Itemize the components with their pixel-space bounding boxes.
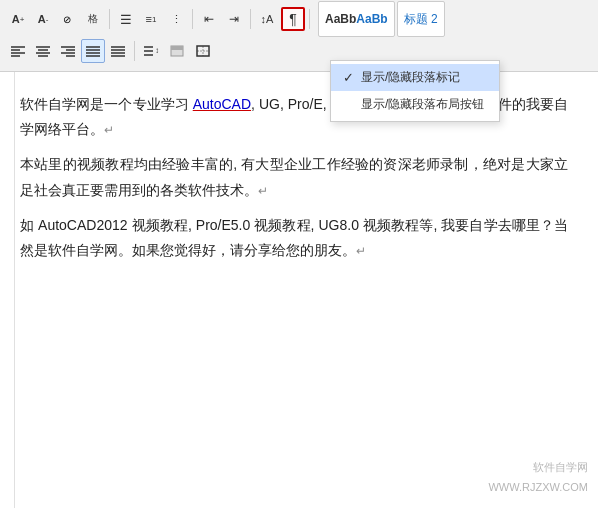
para2-text: 本站里的视频教程均由经验丰富的, 有大型企业工作经验的资深老师录制，绝对是大家立… xyxy=(20,156,568,197)
watermark: 软件自学网 WWW.RJZXW.COM xyxy=(488,458,588,498)
show-hide-layout-item[interactable]: 显示/隐藏段落布局按钮 xyxy=(331,91,499,118)
svg-text:⊘: ⊘ xyxy=(63,14,71,25)
sort-button[interactable]: ↕A xyxy=(255,7,279,31)
align-center-button[interactable] xyxy=(31,39,55,63)
watermark-line1: 软件自学网 xyxy=(488,458,588,478)
sep2 xyxy=(192,9,193,29)
svg-rect-26 xyxy=(171,46,183,50)
format-painter-button[interactable]: 格 xyxy=(81,7,105,31)
watermark-line2: WWW.RJZXW.COM xyxy=(488,478,588,498)
styles-area: AaBbAaBb 标题 2 xyxy=(318,1,447,37)
check-icon-2 xyxy=(341,97,355,112)
toolbar-row-1: A+ A- ⊘ 格 ☰ ≡1 ⋮ xyxy=(6,4,592,34)
show-hide-para-label: 显示/隐藏段落标记 xyxy=(361,69,460,86)
toolbar-row-2: ↕ xyxy=(6,36,592,66)
style-normal-button[interactable]: AaBbAaBb xyxy=(318,1,395,37)
autocad-link[interactable]: AutoCAD xyxy=(193,96,251,112)
border-button[interactable] xyxy=(191,39,215,63)
multilevel-list-button[interactable]: ⋮ xyxy=(164,7,188,31)
paragraph-2: 本站里的视频教程均由经验丰富的, 有大型企业工作经验的资深老师录制，绝对是大家立… xyxy=(20,152,568,202)
sep1 xyxy=(109,9,110,29)
show-hide-para-item[interactable]: ✓ 显示/隐藏段落标记 xyxy=(331,64,499,91)
list-group: ☰ ≡1 ⋮ xyxy=(114,7,188,31)
line-spacing-button[interactable]: ↕ xyxy=(139,39,163,63)
check-icon: ✓ xyxy=(341,70,355,85)
para-mark-1: ↵ xyxy=(104,123,114,137)
para1-before-link: 软件自学网是一个专业学习 xyxy=(20,96,193,112)
para3-text: 如 AutoCAD2012 视频教程, Pro/E5.0 视频教程, UG8.0… xyxy=(20,217,568,258)
sep5 xyxy=(134,41,135,61)
shading-button[interactable] xyxy=(165,39,189,63)
font-shrink-button[interactable]: A- xyxy=(31,7,55,31)
align-distribute-button[interactable] xyxy=(106,39,130,63)
indent-group: ⇤ ⇥ xyxy=(197,7,246,31)
sep3 xyxy=(250,9,251,29)
indent-increase-button[interactable]: ⇥ xyxy=(222,7,246,31)
content-area: 软件自学网是一个专业学习 AutoCAD, UG, Pro/E, PS, 天正建… xyxy=(0,72,598,508)
style-heading2-button[interactable]: 标题 2 xyxy=(397,1,445,37)
font-grow-button[interactable]: A+ xyxy=(6,7,30,31)
left-margin-rule xyxy=(14,72,15,508)
number-list-button[interactable]: ≡1 xyxy=(139,7,163,31)
indent-decrease-button[interactable]: ⇤ xyxy=(197,7,221,31)
svg-text:↕: ↕ xyxy=(155,46,159,55)
clear-format-button[interactable]: ⊘ xyxy=(56,7,80,31)
align-left-button[interactable] xyxy=(6,39,30,63)
paragraph-3: 如 AutoCAD2012 视频教程, Pro/E5.0 视频教程, UG8.0… xyxy=(20,213,568,263)
font-size-group: A+ A- ⊘ 格 xyxy=(6,7,105,31)
paragraph-dropdown: ✓ 显示/隐藏段落标记 显示/隐藏段落布局按钮 xyxy=(330,60,500,122)
align-group xyxy=(6,39,130,63)
toolbar: A+ A- ⊘ 格 ☰ ≡1 ⋮ xyxy=(0,0,598,72)
align-right-button[interactable] xyxy=(56,39,80,63)
align-justify-button[interactable] xyxy=(81,39,105,63)
para-mark-2: ↵ xyxy=(258,184,268,198)
para-mark-3: ↵ xyxy=(356,244,366,258)
bullet-list-button[interactable]: ☰ xyxy=(114,7,138,31)
show-hide-layout-label: 显示/隐藏段落布局按钮 xyxy=(361,96,484,113)
sep4 xyxy=(309,9,310,29)
para-mark-toggle-button[interactable]: ¶ xyxy=(281,7,305,31)
